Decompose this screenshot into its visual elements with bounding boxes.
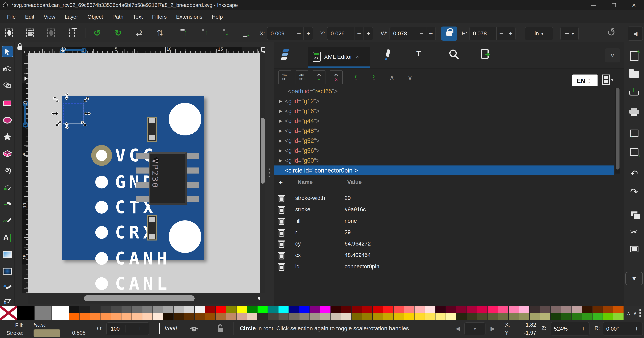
color-swatch[interactable] <box>300 313 310 320</box>
box-3d-tool-button[interactable] <box>2 148 13 159</box>
mesh-gradient-tool-button[interactable] <box>2 265 13 277</box>
zoom-input[interactable]: 524% − + <box>550 322 590 335</box>
pad-ctx[interactable] <box>95 201 108 214</box>
fill-stroke-dialog-icon[interactable] <box>383 48 393 60</box>
color-swatch[interactable] <box>550 306 561 313</box>
color-swatch[interactable] <box>362 313 372 320</box>
select-all-button[interactable] <box>3 27 15 39</box>
pad-canl[interactable] <box>95 277 108 290</box>
opacity-increment-button[interactable]: + <box>135 325 144 332</box>
star-tool-button[interactable] <box>2 131 13 143</box>
color-swatch[interactable] <box>90 306 100 313</box>
pencil-tool-button[interactable] <box>2 198 13 210</box>
new-text-node-button[interactable]: abc <>+ <box>296 71 308 84</box>
color-swatch[interactable] <box>362 306 372 313</box>
color-swatch[interactable] <box>436 313 446 320</box>
opacity-decrement-button[interactable]: − <box>125 325 135 332</box>
color-swatch[interactable] <box>174 306 184 313</box>
export-button[interactable]: → <box>627 145 641 159</box>
color-swatch[interactable] <box>582 313 592 320</box>
color-swatch[interactable] <box>446 306 456 313</box>
palette-menu-icon[interactable] <box>640 309 641 317</box>
snap-controls-icon[interactable]: ↺ <box>605 25 618 40</box>
deselect-button[interactable] <box>45 27 57 39</box>
color-swatch[interactable] <box>258 313 268 320</box>
xml-node-g56[interactable]: ▶<g id="g56"> <box>274 146 614 156</box>
pen-tool-button[interactable] <box>2 182 13 193</box>
color-swatch[interactable] <box>300 306 310 313</box>
color-swatch[interactable] <box>268 313 278 320</box>
color-swatch[interactable] <box>100 313 111 320</box>
color-swatch[interactable] <box>352 306 362 313</box>
color-swatch[interactable] <box>519 306 530 313</box>
pin-label-canl[interactable]: CANL <box>115 275 170 292</box>
color-swatch[interactable] <box>341 306 352 313</box>
menu-path[interactable]: Path <box>108 12 128 22</box>
zoom-decrement-button[interactable]: − <box>571 325 579 332</box>
color-swatch[interactable] <box>467 306 477 313</box>
color-swatch[interactable] <box>603 306 613 313</box>
new-element-node-button[interactable]: xml <>+ <box>278 71 291 84</box>
smd-component-top[interactable] <box>147 117 157 142</box>
color-swatch[interactable] <box>100 306 111 313</box>
tab-close-icon[interactable]: × <box>356 54 359 60</box>
color-swatch[interactable] <box>404 306 414 313</box>
color-swatch[interactable] <box>456 313 467 320</box>
menu-file[interactable]: File <box>2 12 20 22</box>
color-swatch[interactable] <box>310 313 320 320</box>
vertical-ruler[interactable]: 051015 <box>22 53 28 293</box>
color-swatch[interactable] <box>226 313 236 320</box>
color-swatch[interactable] <box>184 306 194 313</box>
color-swatch[interactable] <box>164 313 174 320</box>
color-swatch[interactable] <box>341 313 352 320</box>
color-swatch[interactable] <box>331 313 341 320</box>
color-swatch[interactable] <box>592 306 603 313</box>
color-swatch[interactable] <box>456 306 467 313</box>
menu-edit[interactable]: Edit <box>20 12 39 22</box>
select-same-button[interactable] <box>66 27 78 39</box>
h-increment-button[interactable]: + <box>506 27 515 40</box>
duplicate-node-button[interactable]: <> + <box>313 71 326 84</box>
color-swatch[interactable] <box>90 313 100 320</box>
color-swatch[interactable] <box>372 306 383 313</box>
find-replace-dialog-icon[interactable] <box>448 49 459 60</box>
menu-help[interactable]: Help <box>207 12 228 22</box>
w-decrement-button[interactable]: − <box>417 27 426 40</box>
attribute-name[interactable]: cy <box>295 240 301 247</box>
rotate-ccw-button[interactable]: ↺ <box>91 27 103 39</box>
calligraphy-tool-button[interactable] <box>2 215 13 226</box>
color-swatch[interactable] <box>394 313 404 320</box>
attribute-value[interactable]: none <box>344 218 357 224</box>
attribute-row-cx[interactable]: cx48.409454 <box>274 249 620 261</box>
attribute-name[interactable]: cx <box>295 252 301 258</box>
color-swatch[interactable] <box>383 306 394 313</box>
xml-node-g12[interactable]: ▶<g id="g12"> <box>274 96 614 106</box>
color-swatch[interactable] <box>498 306 508 313</box>
attribute-row-fill[interactable]: fillnone <box>274 215 620 227</box>
cut-button[interactable]: ✂ <box>627 225 641 239</box>
color-swatch[interactable] <box>394 306 404 313</box>
move-node-up-button[interactable]: ∧ <box>386 71 398 84</box>
pin-label-canh[interactable]: CANH <box>115 250 170 267</box>
pad-crx[interactable] <box>95 226 108 239</box>
color-swatch[interactable] <box>404 313 414 320</box>
xml-node-g60[interactable]: ▶<g id="g60"> <box>274 156 614 165</box>
attribute-row-id[interactable]: idconnector0pin <box>274 261 620 272</box>
color-swatch[interactable] <box>372 313 383 320</box>
color-swatch[interactable] <box>69 313 80 320</box>
mounting-hole-top[interactable] <box>169 103 201 135</box>
color-swatch[interactable] <box>174 313 184 320</box>
color-swatch[interactable] <box>383 313 394 320</box>
color-swatch[interactable] <box>216 306 226 313</box>
redo-button[interactable]: ↷ <box>627 185 641 199</box>
color-swatch[interactable] <box>236 306 247 313</box>
x-increment-button[interactable]: + <box>304 27 313 40</box>
color-swatch[interactable] <box>164 306 174 313</box>
scale-handle-n[interactable]: ↕ <box>64 90 70 101</box>
color-swatch[interactable] <box>530 313 540 320</box>
current-layer[interactable]: [root] <box>165 325 177 331</box>
color-swatch[interactable] <box>216 313 226 320</box>
color-swatch[interactable] <box>561 306 571 313</box>
flip-horizontal-button[interactable]: ⇄ <box>133 27 145 39</box>
scale-handle-e[interactable]: ↔ <box>82 106 92 117</box>
